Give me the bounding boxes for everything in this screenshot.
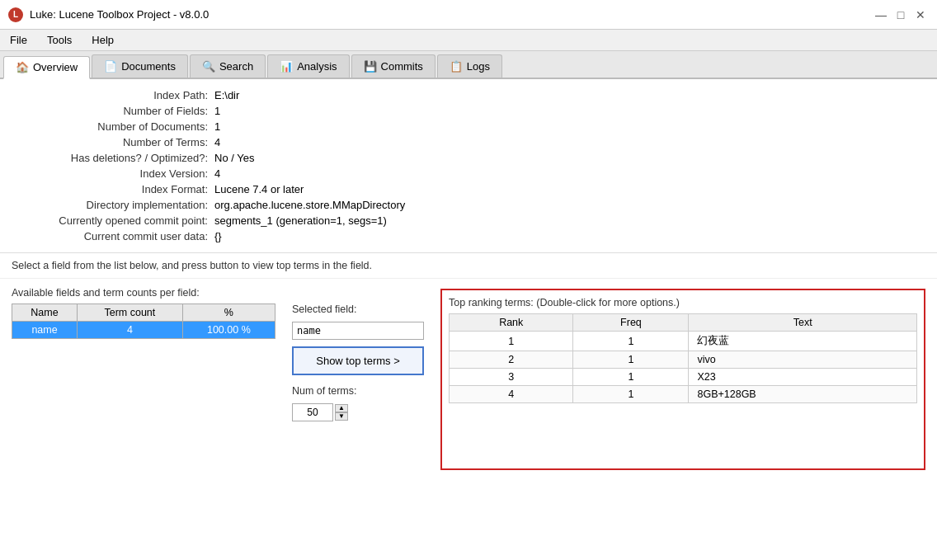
num-of-terms-input[interactable] <box>292 403 333 421</box>
menu-help[interactable]: Help <box>88 32 117 48</box>
term-freq: 1 <box>573 332 689 351</box>
term-freq: 1 <box>573 386 689 403</box>
minimize-button[interactable]: — <box>873 7 889 23</box>
user-data-value: {} <box>214 230 222 242</box>
search-icon: 🔍 <box>202 60 215 73</box>
tab-logs[interactable]: 📋 Logs <box>437 54 502 78</box>
app-icon: L <box>8 7 23 22</box>
info-row-commit-point: Currently opened commit point: segments_… <box>16 213 921 228</box>
commits-icon: 💾 <box>364 60 377 73</box>
top-terms-panel: Top ranking terms: (Double-click for mor… <box>440 289 925 470</box>
tab-commits-label: Commits <box>381 60 423 73</box>
bottom-section: Available fields and term counts per fie… <box>0 279 937 560</box>
menu-tools[interactable]: Tools <box>44 32 75 48</box>
selected-field-label: Selected field: <box>292 304 424 315</box>
num-terms-value: 4 <box>214 136 220 148</box>
instruction-text: Select a field from the list below, and … <box>0 253 937 279</box>
tab-documents-label: Documents <box>121 60 176 73</box>
index-version-value: 4 <box>214 167 220 180</box>
num-fields-label: Number of Fields: <box>16 105 214 117</box>
deletions-label: Has deletions? / Optimized?: <box>16 152 214 164</box>
num-of-terms-label: Num of terms: <box>292 385 424 397</box>
title-bar: L Luke: Lucene Toolbox Project - v8.0.0 … <box>0 0 937 30</box>
tab-logs-label: Logs <box>467 60 490 73</box>
term-freq: 1 <box>573 369 689 386</box>
analysis-icon: 📊 <box>280 60 293 73</box>
fields-panel-title: Available fields and term counts per fie… <box>12 287 275 299</box>
spinner-down-button[interactable]: ▼ <box>335 412 348 421</box>
table-row[interactable]: name 4 100.00 % <box>12 322 275 339</box>
tab-analysis[interactable]: 📊 Analysis <box>267 54 349 78</box>
tab-commits[interactable]: 💾 Commits <box>351 54 436 78</box>
term-text: 8GB+128GB <box>689 386 917 403</box>
fields-panel: Available fields and term counts per fie… <box>12 287 275 560</box>
info-row-num-terms: Number of Terms: 4 <box>16 134 921 150</box>
term-rank: 3 <box>450 369 573 386</box>
directory-impl-label: Directory implementation: <box>16 199 214 211</box>
field-name: name <box>12 322 78 339</box>
menu-file[interactable]: File <box>7 32 31 48</box>
maximize-button[interactable]: □ <box>892 7 909 23</box>
tab-analysis-label: Analysis <box>297 60 337 73</box>
info-row-index-format: Index Format: Lucene 7.4 or later <box>16 181 921 197</box>
num-fields-value: 1 <box>214 105 220 117</box>
term-text: 幻夜蓝 <box>689 332 917 351</box>
documents-icon: 📄 <box>104 60 117 73</box>
menu-bar: File Tools Help <box>0 30 937 51</box>
col-term-count: Term count <box>78 304 183 322</box>
top-terms-title: Top ranking terms: (Double-click for mor… <box>449 297 917 308</box>
tab-overview[interactable]: 🏠 Overview <box>3 56 90 79</box>
index-format-label: Index Format: <box>16 183 214 195</box>
close-button[interactable]: ✕ <box>912 7 929 23</box>
term-freq: 1 <box>573 351 689 369</box>
index-format-value: Lucene 7.4 or later <box>214 183 304 195</box>
tab-search-label: Search <box>219 60 253 73</box>
commit-point-value: segments_1 (generation=1, segs=1) <box>214 214 387 227</box>
term-rank: 1 <box>450 332 573 351</box>
term-rank: 2 <box>450 351 573 369</box>
top-terms-table: Rank Freq Text 1 1 幻夜蓝 2 1 vivo 3 1 X23 … <box>449 313 917 403</box>
col-rank: Rank <box>450 314 573 332</box>
term-rank: 4 <box>450 386 573 403</box>
selected-field-input[interactable] <box>292 322 424 340</box>
logs-icon: 📋 <box>450 60 463 73</box>
info-row-index-path: Index Path: E:\dir <box>16 87 921 103</box>
main-content: Index Path: E:\dir Number of Fields: 1 N… <box>0 79 937 560</box>
col-freq: Freq <box>573 314 689 332</box>
index-path-label: Index Path: <box>16 89 214 101</box>
title-bar-left: L Luke: Lucene Toolbox Project - v8.0.0 <box>8 7 209 22</box>
show-top-terms-button[interactable]: Show top terms > <box>292 346 424 375</box>
index-version-label: Index Version: <box>16 167 214 180</box>
col-name: Name <box>12 304 78 322</box>
info-row-directory-impl: Directory implementation: org.apache.luc… <box>16 197 921 213</box>
window-title: Luke: Lucene Toolbox Project - v8.0.0 <box>30 8 209 21</box>
term-text: X23 <box>689 369 917 386</box>
col-text: Text <box>689 314 917 332</box>
fields-table: Name Term count % name 4 100.00 % <box>12 304 275 339</box>
title-bar-controls: — □ ✕ <box>873 7 929 23</box>
table-row[interactable]: 2 1 vivo <box>450 351 917 369</box>
tab-documents[interactable]: 📄 Documents <box>92 54 188 78</box>
num-docs-value: 1 <box>214 120 220 133</box>
num-docs-label: Number of Documents: <box>16 120 214 133</box>
table-row[interactable]: 1 1 幻夜蓝 <box>450 332 917 351</box>
overview-icon: 🏠 <box>16 61 29 73</box>
col-percent: % <box>182 304 275 322</box>
info-row-num-docs: Number of Documents: 1 <box>16 119 921 134</box>
user-data-label: Current commit user data: <box>16 230 214 242</box>
info-row-deletions: Has deletions? / Optimized?: No / Yes <box>16 150 921 166</box>
table-row[interactable]: 3 1 X23 <box>450 369 917 386</box>
spinner-up-button[interactable]: ▲ <box>335 404 348 412</box>
deletions-value: No / Yes <box>214 152 254 164</box>
info-row-num-fields: Number of Fields: 1 <box>16 103 921 119</box>
tab-bar: 🏠 Overview 📄 Documents 🔍 Search 📊 Analys… <box>0 51 937 79</box>
selected-field-panel: Selected field: Show top terms > Num of … <box>292 287 424 560</box>
table-row[interactable]: 4 1 8GB+128GB <box>450 386 917 403</box>
tab-overview-label: Overview <box>33 61 78 73</box>
tab-search[interactable]: 🔍 Search <box>190 54 266 78</box>
commit-point-label: Currently opened commit point: <box>16 214 214 227</box>
num-input-row: ▲ ▼ <box>292 403 424 421</box>
spinner-buttons: ▲ ▼ <box>335 404 348 421</box>
directory-impl-value: org.apache.lucene.store.MMapDirectory <box>214 199 405 211</box>
num-terms-label: Number of Terms: <box>16 136 214 148</box>
